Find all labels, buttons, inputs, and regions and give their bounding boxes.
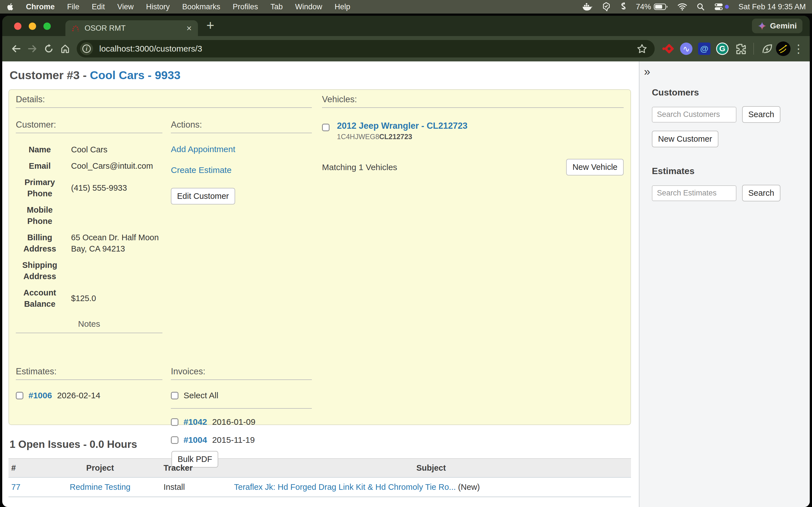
edit-customer-button[interactable]: Edit Customer	[171, 188, 235, 205]
gemini-label: Gemini	[770, 21, 797, 31]
field-value-name: Cool Cars	[71, 144, 162, 155]
vehicle-checkbox[interactable]	[322, 124, 329, 131]
gemini-button[interactable]: Gemini	[752, 18, 802, 33]
control-center-icon[interactable]	[714, 3, 729, 11]
page-title: Customer #3 - Cool Cars - 9933	[10, 69, 639, 82]
spotlight-icon[interactable]	[697, 3, 705, 11]
battery-percent: 74%	[636, 3, 651, 11]
menu-bookmarks[interactable]: Bookmarks	[182, 3, 220, 11]
toolbar-divider	[753, 43, 754, 55]
menubar-clock[interactable]: Sat Feb 14 9:35 AM	[739, 3, 806, 11]
sidebar-customers-heading: Customers	[652, 87, 810, 98]
zoom-window-button[interactable]	[43, 22, 51, 30]
select-all-row: Select All	[171, 391, 312, 400]
field-label-name: Name	[16, 144, 64, 155]
issue-id-link[interactable]: 77	[11, 483, 20, 492]
issue-row: 77 Redmine Testing Install Teraflex Jk: …	[8, 477, 631, 497]
new-vehicle-button[interactable]: New Vehicle	[566, 159, 624, 175]
home-button[interactable]	[57, 41, 73, 57]
search-customers-button[interactable]: Search	[742, 106, 780, 123]
battery-indicator[interactable]: 74%	[636, 3, 668, 11]
customer-title-link[interactable]: Cool Cars - 9933	[90, 69, 181, 82]
new-tab-button[interactable]: +	[206, 18, 214, 32]
profile-avatar[interactable]	[776, 41, 791, 56]
ext-red-diamond-icon[interactable]	[660, 41, 676, 57]
docker-icon[interactable]	[582, 3, 592, 11]
create-estimate-link[interactable]: Create Estimate	[171, 165, 312, 175]
invoices-header: Invoices:	[171, 367, 312, 380]
menu-view[interactable]: View	[117, 3, 134, 11]
matching-vehicles-text: Matching 1 Vehicles	[322, 163, 397, 172]
search-customers-input[interactable]	[652, 107, 737, 122]
invoice-item: #1042 2016-01-09	[171, 417, 312, 427]
field-label-billing-address: Billing Address	[16, 232, 64, 255]
field-label-account-balance: Account Balance	[16, 287, 64, 309]
menu-history[interactable]: History	[146, 3, 170, 11]
collapse-sidebar-icon[interactable]: »	[644, 66, 650, 77]
issue-tracker: Install	[161, 477, 231, 497]
apple-icon[interactable]	[6, 3, 13, 11]
menu-chrome[interactable]: Chrome	[26, 3, 55, 11]
vehicle-vin: 1C4HJWEG8CL212723	[337, 133, 467, 141]
add-appointment-link[interactable]: Add Appointment	[171, 145, 312, 154]
url-text[interactable]: localhost:3000/customers/3	[99, 44, 202, 54]
menu-file[interactable]: File	[67, 3, 80, 11]
invoice-link-1042[interactable]: #1042	[184, 417, 207, 427]
menu-kebab-icon[interactable]: ⋮	[793, 42, 804, 55]
main-area: Customer #3 - Cool Cars - 9933 Details: …	[2, 61, 639, 507]
customer-header: Customer:	[16, 120, 162, 133]
estimate-checkbox[interactable]	[16, 392, 23, 399]
field-value-account-balance: $125.0	[71, 293, 162, 304]
estimates-section: Estimates: #1006 2026-02-14	[16, 367, 162, 467]
search-estimates-input[interactable]	[652, 185, 737, 201]
invoice-checkbox-1004[interactable]	[171, 436, 179, 444]
actions-header: Actions:	[171, 120, 312, 133]
close-window-button[interactable]	[14, 22, 21, 30]
menu-edit[interactable]: Edit	[92, 3, 105, 11]
customer-section: Customer: Name Cool Cars Email Cool_Cars…	[16, 120, 162, 333]
menu-tab[interactable]: Tab	[270, 3, 283, 11]
ext-blue-lock-icon[interactable]: @	[696, 41, 712, 57]
field-label-shipping-address: Shipping Address	[16, 260, 64, 282]
extensions-puzzle-icon[interactable]	[732, 41, 748, 57]
invoices-section: Invoices: Select All #1042	[171, 367, 312, 467]
site-info-icon[interactable]: i	[80, 42, 93, 55]
estimate-link[interactable]: #1006	[29, 391, 52, 400]
ext-grammarly-icon[interactable]: G	[714, 41, 730, 57]
field-value-primary-phone: (415) 555-9933	[71, 182, 162, 193]
invoice-checkbox-1042[interactable]	[171, 418, 179, 426]
wifi-icon[interactable]	[677, 3, 687, 11]
back-button[interactable]	[8, 41, 24, 57]
address-bar[interactable]: i localhost:3000/customers/3	[77, 40, 655, 57]
dragon-icon[interactable]	[620, 2, 626, 11]
performance-leaf-icon[interactable]	[759, 41, 775, 57]
menu-help[interactable]: Help	[335, 3, 350, 11]
page-content: Customer #3 - Cool Cars - 9933 Details: …	[2, 61, 810, 507]
select-all-checkbox[interactable]	[171, 392, 179, 399]
invoice-link-1004[interactable]: #1004	[184, 435, 207, 445]
hex-badge-icon[interactable]	[602, 2, 610, 11]
gemini-icon	[758, 21, 767, 31]
customer-fields: Name Cool Cars Email Cool_Cars@intuit.co…	[16, 144, 162, 309]
ext-purple-wave-icon[interactable]: ∿	[678, 41, 694, 57]
macos-menubar: Chrome File Edit View History Bookmarks …	[0, 0, 812, 13]
issue-subject-link[interactable]: Teraflex Jk: Hd Forged Drag Link Kit & H…	[234, 483, 456, 492]
issue-project-link[interactable]: Redmine Testing	[70, 483, 130, 492]
new-customer-button[interactable]: New Customer	[652, 131, 718, 147]
minimize-window-button[interactable]	[29, 22, 36, 30]
reload-button[interactable]	[41, 41, 57, 57]
search-estimates-button[interactable]: Search	[742, 185, 780, 202]
details-header: Details:	[16, 94, 312, 108]
invoice-item: #1004 2015-11-19	[171, 435, 312, 445]
browser-tab[interactable]: OSOR RMT ×	[65, 20, 198, 36]
menu-window[interactable]: Window	[295, 3, 322, 11]
bookmark-star-icon[interactable]	[637, 43, 647, 54]
details-column: Details: Customer: Name Cool Cars Email …	[16, 94, 312, 467]
estimate-item: #1006 2026-02-14	[16, 391, 162, 400]
menu-profiles[interactable]: Profiles	[233, 3, 258, 11]
vehicle-link[interactable]: 2012 Jeep Wrangler - CL212723	[337, 121, 467, 131]
browser-toolbar: i localhost:3000/customers/3 ∿ @ G	[2, 36, 810, 61]
tab-close-icon[interactable]: ×	[186, 24, 192, 33]
forward-button[interactable]	[24, 41, 41, 57]
field-label-primary-phone: Primary Phone	[16, 177, 64, 199]
